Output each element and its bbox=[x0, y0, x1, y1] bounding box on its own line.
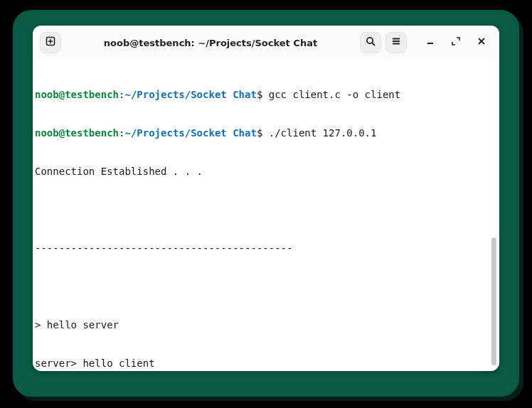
terminal-body[interactable]: noob@testbench:~/Projects/Socket Chat$ g… bbox=[33, 60, 499, 371]
terminal-window: noob@testbench: ~/Projects/Socket Chat bbox=[33, 26, 499, 371]
output-line: > hello server bbox=[34, 318, 498, 331]
output-line: server> hello client bbox=[34, 357, 498, 370]
maximize-button[interactable] bbox=[445, 32, 467, 53]
output-separator: ----------------------------------------… bbox=[34, 242, 498, 254]
svg-line-4 bbox=[372, 43, 375, 45]
scrollbar-thumb[interactable] bbox=[491, 237, 496, 365]
minimize-button[interactable] bbox=[420, 32, 441, 53]
new-tab-button[interactable] bbox=[40, 32, 61, 53]
search-icon bbox=[365, 36, 376, 50]
prompt-command: ./client 127.0.0.1 bbox=[269, 127, 377, 139]
close-button[interactable] bbox=[471, 32, 492, 53]
prompt-path: ~/Projects/Socket Chat bbox=[124, 89, 256, 100]
close-icon bbox=[476, 36, 487, 50]
titlebar: noob@testbench: ~/Projects/Socket Chat bbox=[33, 26, 499, 60]
maximize-icon bbox=[450, 36, 462, 50]
output-line bbox=[34, 280, 498, 293]
new-tab-icon bbox=[45, 36, 56, 50]
menu-button[interactable] bbox=[385, 32, 407, 53]
output-line bbox=[34, 203, 498, 216]
search-button[interactable] bbox=[360, 32, 381, 53]
minimize-icon bbox=[425, 36, 436, 50]
prompt-command: gcc client.c -o client bbox=[269, 89, 400, 100]
svg-point-3 bbox=[367, 38, 373, 43]
hamburger-icon bbox=[390, 36, 402, 50]
prompt-user: noob@testbench bbox=[35, 127, 119, 139]
prompt-line: noob@testbench:~/Projects/Socket Chat$ g… bbox=[34, 88, 498, 101]
prompt-path: ~/Projects/Socket Chat bbox=[124, 127, 256, 139]
prompt-user: noob@testbench bbox=[35, 89, 119, 100]
prompt-line: noob@testbench:~/Projects/Socket Chat$ .… bbox=[34, 127, 498, 139]
window-title: noob@testbench: ~/Projects/Socket Chat bbox=[65, 38, 356, 48]
output-line: Connection Established . . . bbox=[34, 165, 498, 178]
